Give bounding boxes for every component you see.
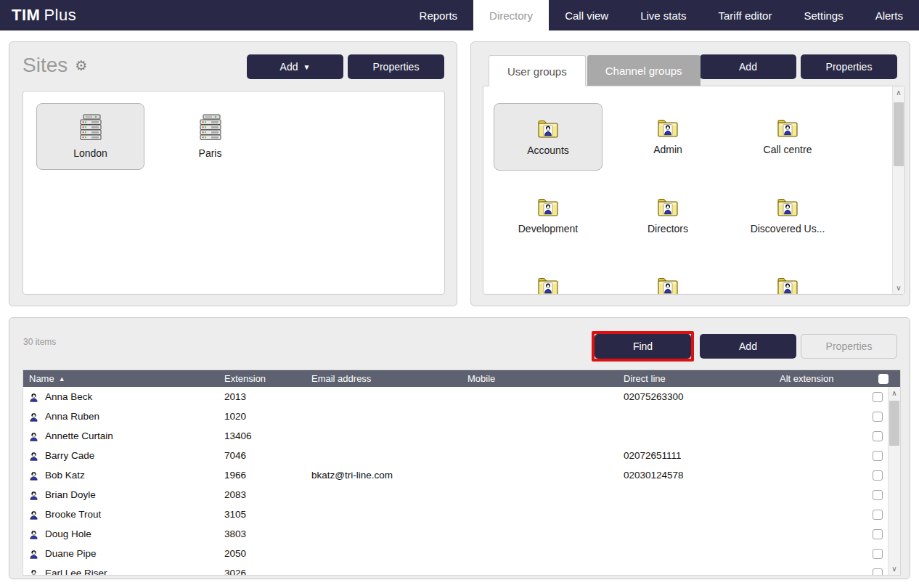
table-row[interactable]: Earl Lee Riser 3026 (23, 563, 888, 575)
directory-properties-button[interactable]: Properties (801, 334, 897, 359)
nav-item-settings[interactable]: Settings (788, 0, 859, 30)
row-checkbox[interactable] (873, 412, 883, 422)
column-header-name[interactable]: Name ▲ (23, 373, 224, 384)
app-logo: TIM Plus (12, 0, 76, 30)
logo-tim: TIM (12, 6, 40, 25)
groups-scrollbar[interactable]: ∧ ∨ (892, 86, 904, 294)
person-icon (29, 490, 38, 500)
user-folder-icon (776, 118, 799, 137)
person-icon (29, 529, 38, 539)
row-checkbox[interactable] (873, 529, 883, 539)
user-folder-icon (536, 119, 560, 138)
row-checkbox[interactable] (873, 392, 883, 402)
user-folder-icon (656, 197, 679, 216)
group-tile-partial[interactable] (494, 261, 603, 295)
user-folder-icon (656, 118, 679, 137)
nav-item-reports[interactable]: Reports (404, 0, 474, 30)
column-header-alt-extension[interactable]: Alt extension (780, 373, 867, 384)
column-header-mobile[interactable]: Mobile (467, 373, 624, 384)
group-label: Development (518, 223, 579, 234)
group-tile-partial[interactable] (613, 261, 722, 295)
sites-panel-buttons: Add▼ Properties (247, 54, 444, 79)
group-label: Accounts (527, 144, 569, 156)
group-label: Call centre (764, 144, 812, 155)
sites-title-text: Sites (23, 54, 68, 77)
table-row[interactable]: Barry Cade 7046 02072651111 (23, 446, 888, 465)
nav-items: Reports Directory Call view Live stats T… (404, 0, 919, 30)
select-all-checkbox[interactable] (878, 374, 889, 384)
table-rows: Anna Beck 2013 02075263300 Anna Ruben 10… (23, 387, 888, 575)
user-folder-icon (776, 197, 799, 216)
group-tile-development[interactable]: Development (494, 182, 603, 250)
groups-panel-buttons: Add Properties (700, 54, 897, 79)
gear-icon[interactable]: ⚙ (75, 59, 87, 73)
column-header-direct-line[interactable]: Direct line (624, 373, 780, 384)
site-tile-paris[interactable]: Paris (156, 103, 264, 170)
sites-add-button[interactable]: Add▼ (247, 54, 343, 79)
site-tile-london[interactable]: London (36, 103, 144, 170)
table-row[interactable]: Doug Hole 3803 (23, 524, 888, 544)
table-row[interactable]: Annette Curtain 13406 (23, 426, 888, 446)
scroll-down-icon[interactable]: ∨ (889, 563, 900, 575)
table-row[interactable]: Bob Katz 1966 bkatz@tri-line.com 0203012… (23, 465, 888, 485)
table-row[interactable]: Brooke Trout 3105 (23, 505, 888, 524)
row-checkbox[interactable] (873, 470, 883, 481)
user-folder-icon (536, 197, 560, 216)
scroll-up-icon[interactable]: ∧ (889, 387, 900, 399)
person-icon (29, 568, 38, 576)
directory-buttons: Find Add Properties (592, 331, 897, 362)
groups-panel: User groups Channel groups Add Propertie… (470, 41, 910, 306)
table-row[interactable]: Anna Beck 2013 02075263300 (23, 387, 888, 407)
table-header: Name ▲ Extension Email address Mobile Di… (23, 370, 900, 387)
groups-properties-button[interactable]: Properties (801, 54, 897, 79)
person-icon (29, 412, 38, 422)
site-label: Paris (199, 147, 222, 159)
column-header-extension[interactable]: Extension (224, 373, 311, 384)
sort-ascending-icon: ▲ (59, 375, 65, 383)
group-tile-discovered-users[interactable]: Discovered Us... (733, 182, 842, 250)
person-icon (29, 451, 38, 461)
row-checkbox[interactable] (873, 490, 883, 500)
row-checkbox[interactable] (873, 568, 883, 576)
group-tile-call-centre[interactable]: Call centre (733, 103, 842, 171)
table-row[interactable]: Anna Ruben 1020 (23, 407, 888, 426)
table-body: Anna Beck 2013 02075263300 Anna Ruben 10… (23, 387, 900, 575)
user-groups-list: Accounts Admin Call centre Development D… (483, 86, 905, 295)
nav-item-directory[interactable]: Directory (473, 0, 549, 30)
groups-add-button[interactable]: Add (700, 54, 796, 79)
user-folder-icon (656, 277, 679, 295)
scroll-up-icon[interactable]: ∧ (893, 86, 904, 99)
row-checkbox[interactable] (873, 451, 883, 461)
row-checkbox[interactable] (873, 510, 883, 520)
row-checkbox[interactable] (873, 549, 883, 559)
group-tile-partial[interactable] (733, 261, 842, 295)
server-stack-icon (77, 114, 105, 141)
nav-item-alerts[interactable]: Alerts (859, 0, 919, 30)
table-scrollbar[interactable]: ∧ ∨ (888, 387, 900, 575)
scroll-down-icon[interactable]: ∨ (893, 282, 904, 294)
tab-user-groups[interactable]: User groups (489, 55, 586, 86)
group-tile-directors[interactable]: Directors (613, 182, 722, 250)
row-checkbox[interactable] (873, 431, 883, 441)
user-folder-icon (536, 277, 560, 295)
group-label: Admin (653, 144, 682, 155)
nav-item-live-stats[interactable]: Live stats (624, 0, 702, 30)
items-count: 30 items (23, 337, 56, 347)
table-scrollbar-thumb[interactable] (889, 401, 899, 446)
find-button[interactable]: Find (595, 334, 691, 359)
sites-properties-button[interactable]: Properties (348, 54, 444, 79)
group-tile-accounts[interactable]: Accounts (494, 103, 603, 171)
group-tile-admin[interactable]: Admin (613, 103, 722, 171)
column-header-email[interactable]: Email address (311, 373, 467, 384)
sites-panel: Sites ⚙ Add▼ Properties London Paris (9, 41, 457, 306)
person-icon (29, 431, 38, 441)
nav-item-call-view[interactable]: Call view (549, 0, 624, 30)
table-row[interactable]: Brian Doyle 2083 (23, 485, 888, 505)
groups-scrollbar-thumb[interactable] (894, 102, 904, 166)
table-row[interactable]: Duane Pipe 2050 (23, 544, 888, 563)
directory-add-button[interactable]: Add (700, 334, 796, 359)
group-label: Directors (648, 223, 688, 234)
nav-item-tariff-editor[interactable]: Tariff editor (703, 0, 788, 30)
tab-channel-groups[interactable]: Channel groups (587, 55, 701, 86)
logo-plus: Plus (44, 6, 76, 25)
